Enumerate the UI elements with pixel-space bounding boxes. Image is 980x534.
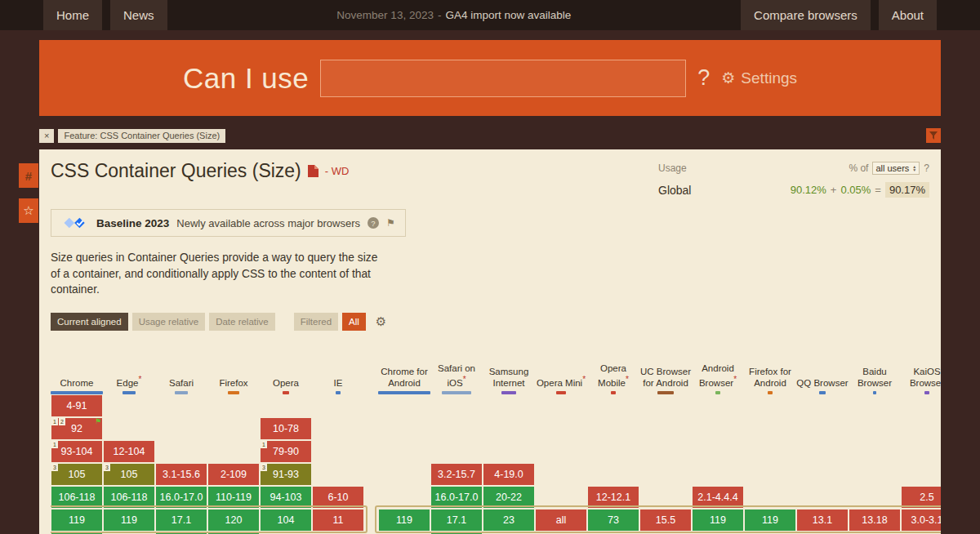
note-asterisk: * [626, 375, 629, 384]
search-input-primary[interactable] [321, 60, 527, 96]
support-cell[interactable]: all [536, 510, 586, 531]
support-cell[interactable]: 12-12.1 [588, 487, 639, 508]
note-badge: 1 [261, 441, 267, 448]
baseline-help-icon[interactable]: ? [368, 217, 379, 229]
date-relative-button[interactable]: Date relative [209, 313, 275, 331]
cell-slot: 104 [260, 509, 312, 532]
usage-full-support: 90.12% [791, 184, 826, 196]
support-cell[interactable]: 4-19.0 [483, 464, 534, 485]
support-cell[interactable]: 16.0-17.0 [156, 487, 207, 508]
cell-slot: 20-22 [483, 486, 535, 509]
compare-browsers-button[interactable]: Compare browsers [741, 0, 871, 30]
favorite-tab[interactable]: ☆ [19, 198, 38, 223]
support-cell[interactable]: 106-118 [51, 487, 102, 508]
usage-relative-button[interactable]: Usage relative [132, 313, 206, 331]
table-settings-gear-icon[interactable]: ⚙ [376, 314, 386, 329]
filter-all-button[interactable]: All [342, 313, 366, 331]
support-cell[interactable]: 119 [379, 510, 430, 531]
settings-button[interactable]: ⚙ Settings [721, 69, 797, 87]
spec-status[interactable]: - WD [325, 165, 350, 177]
support-cell[interactable]: 93-1041 [51, 441, 102, 462]
active-feature-chip[interactable]: Feature: CSS Container Queries (Size) [58, 129, 225, 143]
support-cell[interactable]: 10-78 [261, 418, 311, 439]
spec-document-icon[interactable] [308, 165, 318, 177]
support-cell[interactable]: 11 [313, 510, 363, 531]
cell-slot: 11 [312, 509, 364, 532]
support-cell[interactable]: 2.1-4.4.4 [693, 487, 743, 508]
announcement-banner[interactable]: November 13, 2023 - GA4 import now avail… [167, 0, 742, 30]
support-cell[interactable]: 79-901 [261, 441, 311, 462]
support-cell[interactable]: 3.1-15.6 [156, 464, 207, 485]
browser-header: Opera Mobile* [587, 347, 639, 394]
support-cell[interactable]: 17.1 [431, 510, 482, 531]
cell-slot [155, 417, 207, 440]
current-aligned-button[interactable]: Current aligned [51, 313, 128, 331]
support-cell[interactable]: 4-91 [51, 395, 102, 416]
support-cell[interactable]: 1053 [51, 464, 102, 485]
cell-slot [155, 394, 207, 417]
browser-name: Opera Mini* [537, 375, 586, 389]
filter-button[interactable] [926, 128, 941, 143]
feedback-flag-icon[interactable]: ⚑ [386, 217, 395, 229]
support-cell[interactable]: 6-10 [313, 487, 363, 508]
cell-slot: 23 [483, 509, 535, 532]
desktop-browser-group: Chrome4-919212⚑93-10411053106-118119120-… [51, 347, 364, 534]
home-button[interactable]: Home [43, 0, 102, 30]
support-cell[interactable]: 23 [483, 510, 534, 531]
hash-icon: # [25, 169, 32, 183]
browser-column: QQ Browser13.1 [796, 347, 849, 534]
support-cell[interactable]: 16.0-17.0 [431, 487, 482, 508]
support-cell[interactable]: 1053 [104, 464, 154, 485]
browser-column: Opera Mini*all [535, 347, 587, 534]
filtered-button[interactable]: Filtered [294, 313, 338, 331]
remove-filter-button[interactable]: × [39, 129, 54, 143]
support-cell[interactable]: 2.5 [902, 487, 941, 508]
browser-header: Android Browser* [692, 347, 744, 394]
support-cell[interactable]: 2-109 [208, 464, 259, 485]
support-cell[interactable]: 12-104 [104, 441, 154, 462]
support-cell[interactable]: 94-103 [261, 487, 311, 508]
support-cell[interactable]: 13.18 [849, 510, 900, 531]
support-cell[interactable]: 110-119 [208, 487, 259, 508]
support-cell[interactable]: 119 [745, 510, 795, 531]
about-button[interactable]: About [879, 0, 937, 30]
cell-slot: 79-901 [260, 440, 312, 463]
search-help-question-mark[interactable]: ? [697, 65, 710, 91]
browser-header: IE [312, 347, 364, 394]
usage-bar [768, 391, 772, 394]
support-table: Chrome4-919212⚑93-10411053106-118119120-… [51, 347, 941, 534]
support-cell[interactable]: 9212⚑ [51, 418, 102, 439]
cell-slot [483, 440, 535, 463]
support-cell[interactable]: 106-118 [104, 487, 154, 508]
news-button[interactable]: News [110, 0, 167, 30]
support-cell[interactable]: 20-22 [483, 487, 534, 508]
announcement-separator: - [438, 9, 442, 21]
support-cell[interactable]: 3.2-15.7 [431, 464, 482, 485]
support-cell[interactable]: 119 [693, 510, 743, 531]
usage-select[interactable]: all users ▲▼ [872, 162, 920, 175]
browser-header: UC Browser for Android [639, 347, 692, 394]
permalink-tab[interactable]: # [19, 163, 38, 188]
support-cell[interactable]: 119 [104, 510, 154, 531]
support-cell[interactable]: 91-933 [261, 464, 311, 485]
support-cell[interactable]: 73 [588, 510, 639, 531]
note-badges: 12 [51, 418, 65, 425]
support-cell[interactable]: 119 [51, 510, 102, 531]
usage-total: 90.17% [885, 182, 929, 198]
note-badge: 1 [51, 441, 58, 448]
support-cell[interactable]: 104 [261, 510, 311, 531]
top-navigation-bar: Home News November 13, 2023 - GA4 import… [0, 0, 980, 30]
cell-slot: 119 [103, 509, 155, 532]
usage-bar [51, 391, 103, 394]
cell-slot [796, 417, 849, 440]
cell-slot: 1053 [103, 463, 155, 486]
support-cell[interactable]: 15.5 [640, 510, 691, 531]
support-cell[interactable]: 13.1 [797, 510, 848, 531]
support-cell[interactable]: 17.1 [156, 510, 207, 531]
usage-bar [873, 391, 876, 394]
support-cell[interactable]: 3.0-3.1 [902, 510, 941, 531]
usage-bar [378, 391, 430, 394]
select-arrows-icon: ▲▼ [912, 165, 916, 171]
usage-help[interactable]: ? [924, 162, 929, 174]
support-cell[interactable]: 120 [208, 510, 259, 531]
